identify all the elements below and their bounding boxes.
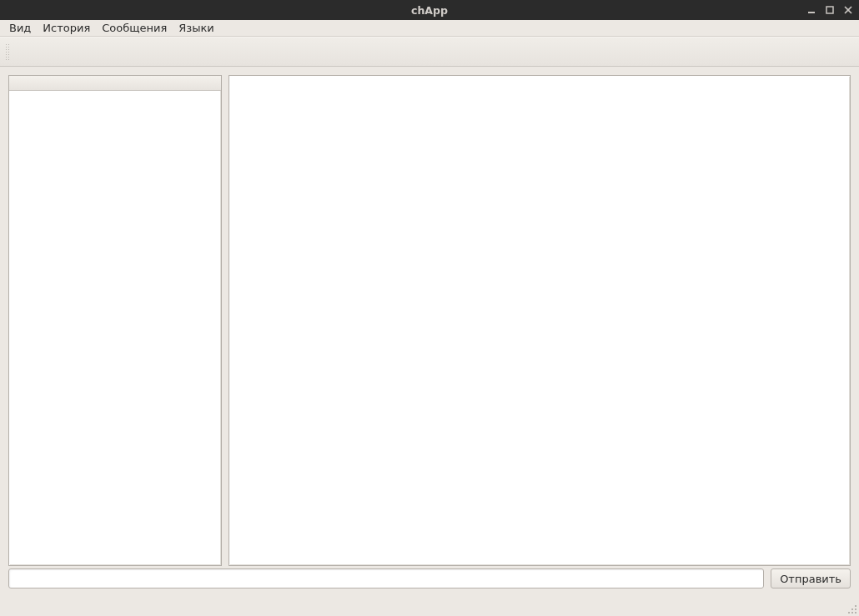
window-title: chApp (0, 4, 859, 17)
svg-rect-1 (826, 7, 833, 13)
message-input[interactable] (8, 568, 764, 588)
panes (8, 75, 851, 566)
menu-history[interactable]: История (37, 20, 96, 36)
window-controls (806, 0, 854, 20)
svg-point-6 (855, 608, 856, 610)
compose-bar: Отправить (0, 566, 859, 599)
menubar: Вид История Сообщения Языки (0, 20, 859, 37)
svg-point-7 (848, 612, 850, 613)
toolbar (0, 37, 859, 67)
minimize-icon[interactable] (806, 4, 817, 16)
contacts-list[interactable] (8, 75, 222, 566)
menu-view[interactable]: Вид (3, 20, 37, 36)
status-bar (0, 599, 859, 616)
svg-point-4 (855, 605, 856, 607)
titlebar: chApp (0, 0, 859, 20)
menu-languages[interactable]: Языки (173, 20, 220, 36)
contacts-list-header[interactable] (9, 76, 221, 91)
svg-rect-0 (808, 12, 815, 13)
send-button[interactable]: Отправить (771, 568, 851, 588)
close-icon[interactable] (842, 4, 854, 16)
toolbar-grip-icon[interactable] (5, 43, 10, 60)
maximize-icon[interactable] (824, 4, 836, 16)
svg-point-8 (851, 612, 853, 613)
chat-view[interactable] (229, 75, 851, 566)
menu-messages[interactable]: Сообщения (96, 20, 173, 36)
resize-grip-icon[interactable] (846, 603, 857, 614)
svg-point-5 (851, 608, 853, 610)
content-area (0, 67, 859, 566)
svg-point-9 (855, 612, 856, 613)
